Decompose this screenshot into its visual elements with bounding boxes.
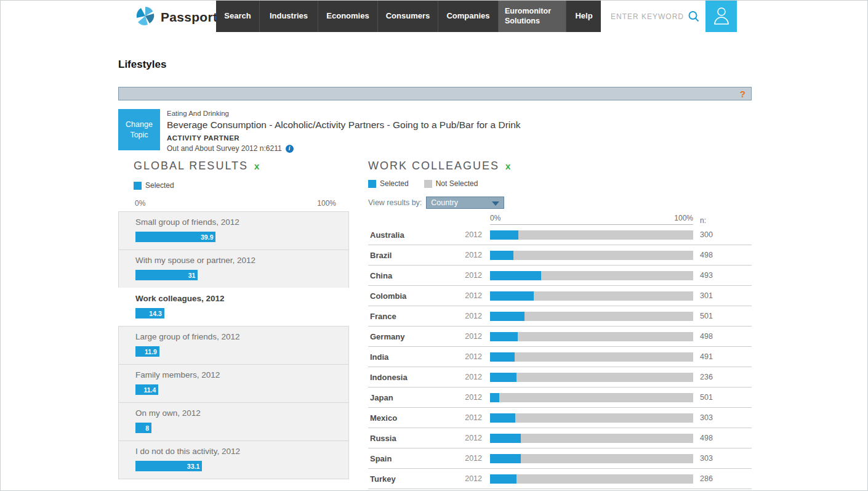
country-row[interactable]: Russia2012498: [368, 428, 752, 448]
row-n-value: 286: [700, 474, 713, 483]
global-results-header: GLOBAL RESULTS x: [118, 160, 349, 172]
global-item-label: Family members, 2012: [135, 370, 336, 379]
row-bar-fill: [490, 291, 534, 301]
country-name: Brazil: [370, 251, 450, 260]
global-result-item[interactable]: Small group of friends, 201239.9: [118, 211, 349, 250]
country-row[interactable]: Mexico2012303: [368, 408, 752, 428]
legend-selected-label: Selected: [145, 181, 174, 190]
n-column-label: n:: [700, 216, 706, 225]
country-row[interactable]: Indonesia2012236: [368, 367, 752, 388]
global-legend: Selected: [118, 181, 349, 190]
global-item-bar: 39.9: [135, 232, 215, 242]
collapsed-filter-bar[interactable]: ?: [118, 87, 752, 100]
row-bar-track: [490, 332, 693, 341]
global-item-label: With my spouse or partner, 2012: [135, 256, 336, 265]
row-year: 2012: [450, 271, 482, 280]
country-row[interactable]: Japan2012501: [368, 388, 752, 408]
global-result-item[interactable]: Work colleagues, 201214.3: [118, 288, 349, 327]
country-row[interactable]: France2012501: [368, 306, 752, 327]
legend-not-selected-label: Not Selected: [436, 179, 478, 188]
view-results-by-dropdown[interactable]: Country: [426, 197, 504, 209]
country-row[interactable]: Spain2012303: [368, 448, 752, 469]
country-name: Mexico: [370, 413, 450, 423]
main-nav: Search Industries Economies Consumers Co…: [216, 1, 601, 32]
axis-max-label: 100%: [674, 214, 693, 222]
global-result-item[interactable]: On my own, 20128: [118, 402, 349, 441]
row-bar-fill: [490, 393, 499, 402]
passport-logo[interactable]: Passport: [135, 6, 217, 29]
search-input[interactable]: [609, 12, 686, 22]
legend-entry-selected: Selected: [368, 179, 409, 188]
selected-swatch-icon: [368, 180, 376, 188]
row-bar-track: [490, 230, 693, 240]
help-icon[interactable]: ?: [740, 89, 745, 99]
row-bar-fill: [490, 352, 515, 362]
chevron-down-icon: [492, 201, 499, 206]
country-name: Turkey: [370, 474, 450, 484]
nav-item-economies[interactable]: Economies: [318, 1, 378, 32]
nav-item-help[interactable]: Help: [566, 1, 601, 32]
info-icon[interactable]: i: [286, 145, 294, 153]
country-row[interactable]: Brazil2012498: [368, 245, 752, 266]
country-row[interactable]: Australia2012300: [368, 225, 752, 245]
close-icon[interactable]: x: [254, 161, 259, 171]
topic-title: Beverage Consumption - Alcoholic/Activit…: [167, 120, 521, 131]
global-item-bar: 33.1: [135, 461, 202, 471]
global-item-label: Work colleagues, 2012: [135, 294, 336, 303]
row-bar-fill: [490, 413, 515, 423]
nav-item-consumers[interactable]: Consumers: [378, 1, 438, 32]
nav-item-euromonitor-solutions[interactable]: Euromonitor Solutions: [499, 1, 566, 32]
row-bar-fill: [490, 373, 516, 382]
country-row[interactable]: Colombia2012301: [368, 286, 752, 306]
view-results-by-row: View results by: Country: [368, 197, 752, 209]
topic-survey-line: Out and About Survey 2012 n:6211 i: [167, 144, 521, 153]
global-result-item[interactable]: I do not do this activity, 201233.1: [118, 440, 349, 479]
country-name: Russia: [370, 434, 450, 443]
keyword-search: [601, 1, 705, 32]
global-result-item[interactable]: Family members, 201211.4: [118, 364, 349, 403]
country-name: Australia: [370, 230, 450, 240]
row-year: 2012: [450, 454, 482, 463]
selected-swatch-icon: [134, 182, 142, 190]
row-bar-track: [490, 393, 693, 402]
row-year: 2012: [450, 251, 482, 259]
row-bar-fill: [490, 312, 524, 321]
survey-text: Out and About Survey 2012 n:6211: [167, 144, 282, 153]
topic-category: Eating And Drinking: [167, 110, 521, 117]
row-year: 2012: [450, 332, 482, 341]
country-row[interactable]: India2012491: [368, 347, 752, 367]
global-item-bar: 14.3: [135, 308, 164, 319]
user-icon: [712, 6, 731, 28]
topic-info: Eating And Drinking Beverage Consumption…: [167, 109, 521, 153]
nav-item-companies[interactable]: Companies: [438, 1, 499, 32]
change-topic-button[interactable]: Change Topic: [118, 109, 160, 150]
row-n-value: 300: [700, 230, 713, 239]
global-result-item[interactable]: Large group of friends, 201211.9: [118, 326, 349, 365]
country-name: India: [370, 352, 450, 362]
passport-pinwheel-icon: [135, 6, 156, 29]
not-selected-swatch-icon: [424, 180, 432, 188]
global-item-label: On my own, 2012: [135, 408, 336, 418]
row-year: 2012: [450, 230, 482, 239]
row-n-value: 303: [700, 413, 713, 422]
country-row[interactable]: Germany2012498: [368, 327, 752, 347]
global-item-bar: 31: [135, 270, 198, 280]
nav-item-industries[interactable]: Industries: [260, 1, 318, 32]
row-bar-track: [490, 312, 693, 321]
row-year: 2012: [450, 393, 482, 402]
user-account-button[interactable]: [705, 1, 737, 32]
axis-max-label: 100%: [317, 199, 336, 208]
country-row[interactable]: China2012493: [368, 266, 752, 286]
global-result-item[interactable]: With my spouse or partner, 201231: [118, 250, 349, 288]
country-row[interactable]: Turkey2012286: [368, 469, 752, 489]
work-colleagues-header: WORK COLLEAGUES x: [368, 160, 752, 172]
row-year: 2012: [450, 291, 482, 300]
row-n-value: 498: [700, 434, 713, 442]
row-bar-track: [490, 271, 693, 280]
search-icon[interactable]: [687, 10, 701, 23]
row-n-value: 498: [700, 251, 713, 259]
legend-selected-label: Selected: [380, 179, 409, 188]
row-year: 2012: [450, 474, 482, 483]
nav-item-search[interactable]: Search: [216, 1, 260, 32]
close-icon[interactable]: x: [505, 161, 510, 171]
